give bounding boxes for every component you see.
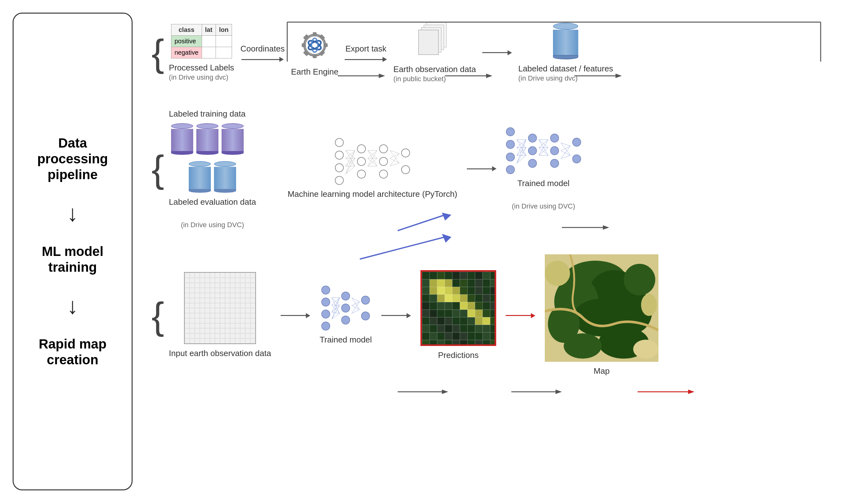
grid-cell — [230, 283, 235, 288]
pred-to-map-arrow — [506, 313, 535, 318]
grid-cell — [185, 333, 190, 339]
tnn-conn-3-4 — [561, 138, 570, 163]
grid-cell — [225, 313, 230, 318]
grid-cell — [200, 298, 205, 303]
grid-cell — [210, 283, 215, 288]
grid-cell — [225, 273, 230, 278]
tnn-n10 — [550, 159, 559, 168]
grid-cell — [205, 303, 210, 308]
small-nn-visual — [321, 285, 370, 331]
left-panel: Data processing pipeline ↓ ML model trai… — [13, 13, 133, 490]
svg-line-82 — [561, 143, 570, 146]
svg-marker-16 — [442, 390, 448, 394]
grid-cell — [245, 313, 250, 318]
grid-cell — [215, 283, 220, 288]
svg-marker-18 — [556, 390, 562, 394]
nn-arch-visual — [335, 138, 410, 185]
map-svg — [545, 254, 659, 362]
grid-cell — [190, 328, 195, 333]
grid-cell — [235, 293, 240, 298]
svg-line-58 — [390, 158, 399, 163]
grid-cell — [215, 318, 220, 323]
tnn-layer-1 — [506, 127, 515, 174]
grid-cell — [230, 333, 235, 339]
grid-cell — [195, 318, 200, 323]
grid-cell — [225, 278, 230, 283]
grid-cell — [205, 318, 210, 323]
snn-l3 — [361, 296, 370, 320]
grid-cell — [235, 303, 240, 308]
eval-data-node: Labeled evaluation data (in Drive using … — [169, 161, 256, 229]
grid-cell — [225, 339, 230, 343]
row2: { Labeled training data — [152, 102, 855, 248]
grid-cell — [205, 273, 210, 278]
positive-lon — [216, 36, 232, 47]
grid-cell — [240, 328, 245, 333]
grid-cell — [205, 323, 210, 328]
grid-cell — [225, 308, 230, 313]
grid-cell — [215, 313, 220, 318]
grid-cell — [240, 283, 245, 288]
grid-cell — [235, 298, 240, 303]
svg-line-55 — [390, 150, 399, 153]
obs-to-dataset-arrow — [482, 50, 512, 55]
grid-cell — [240, 293, 245, 298]
grid-cell — [220, 323, 225, 328]
predictions-node: Predictions — [421, 270, 496, 361]
db-purple-2 — [196, 123, 218, 155]
grid-cell — [205, 328, 210, 333]
svg-line-86 — [561, 146, 570, 159]
grid-cell — [205, 339, 210, 343]
snn-n3 — [321, 310, 330, 319]
tnn-n11 — [572, 138, 581, 147]
grid-cell — [200, 283, 205, 288]
grid-cell — [245, 293, 250, 298]
grid-cell — [230, 339, 235, 343]
grid-cell — [225, 303, 230, 308]
brace-row2: { — [152, 150, 164, 188]
snn-n6 — [341, 304, 350, 312]
grid-cell — [195, 298, 200, 303]
grid-cell — [205, 283, 210, 288]
grid-cell — [200, 333, 205, 339]
arrow-down-2: ↓ — [67, 294, 78, 317]
grid-cell — [245, 339, 250, 343]
snn-n8 — [361, 296, 370, 304]
tnn-n12 — [572, 154, 581, 163]
grid-cell — [205, 278, 210, 283]
grid-cell — [210, 288, 215, 293]
tnn-n5 — [528, 134, 537, 142]
nn-n11 — [401, 149, 410, 157]
processed-labels-node: class lat lon positive — [169, 24, 234, 81]
grid-cell — [190, 308, 195, 313]
grid-cell — [215, 333, 220, 339]
grid-cell — [235, 323, 240, 328]
snn-n2 — [321, 298, 330, 306]
nn-n1 — [335, 138, 344, 147]
grid-cell — [235, 328, 240, 333]
grid-cell — [205, 288, 210, 293]
nn-conn-1-2 — [345, 145, 355, 177]
grid-cell — [195, 303, 200, 308]
nn-n2 — [335, 151, 344, 160]
nn-conn-3-4 — [390, 145, 399, 177]
grid-cell — [200, 318, 205, 323]
row1: { class lat lon positi — [152, 13, 855, 102]
grid-cell — [230, 328, 235, 333]
nn-n3 — [335, 163, 344, 172]
svg-point-118 — [641, 294, 657, 316]
grid-cell — [240, 318, 245, 323]
grid-cell — [220, 278, 225, 283]
grid-cell — [205, 308, 210, 313]
grid-cell — [185, 288, 190, 293]
grid-cell — [190, 339, 195, 343]
grid-cell — [235, 339, 240, 343]
grid-cell — [210, 308, 215, 313]
grid-cell — [250, 283, 255, 288]
nn-n5 — [357, 144, 366, 153]
tnn-n4 — [506, 165, 515, 174]
step-3: Rapid map creation — [26, 336, 119, 368]
snn-svg-1 — [332, 294, 340, 322]
grid-cell — [195, 323, 200, 328]
grid-cell — [190, 273, 195, 278]
